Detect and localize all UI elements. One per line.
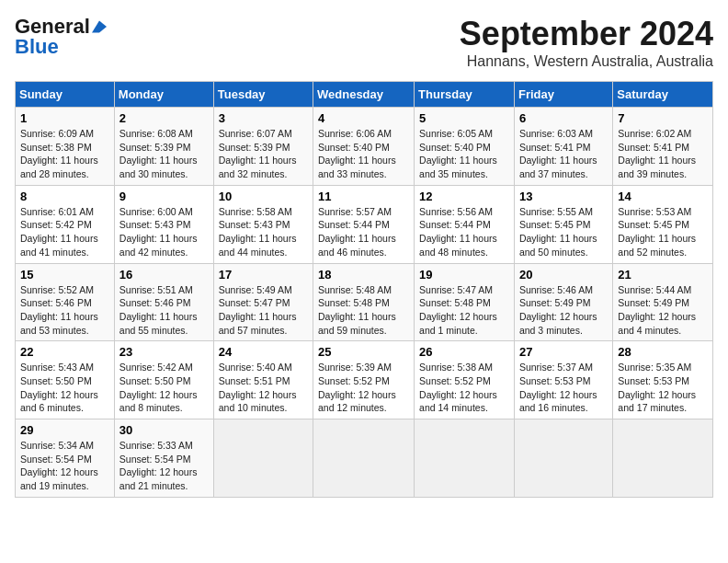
day-cell: 8Sunrise: 6:01 AM Sunset: 5:42 PM Daylig…: [16, 185, 115, 263]
day-info: Sunrise: 6:05 AM Sunset: 5:40 PM Dayligh…: [419, 127, 509, 181]
day-number: 2: [119, 111, 209, 125]
day-number: 18: [318, 268, 409, 282]
day-cell: 21Sunrise: 5:44 AM Sunset: 5:49 PM Dayli…: [613, 263, 713, 341]
week-row-5: 29Sunrise: 5:34 AM Sunset: 5:54 PM Dayli…: [16, 419, 713, 498]
day-info: Sunrise: 5:47 AM Sunset: 5:48 PM Dayligh…: [419, 283, 509, 338]
day-number: 12: [419, 190, 509, 203]
day-cell: 5Sunrise: 6:05 AM Sunset: 5:40 PM Daylig…: [415, 108, 515, 186]
day-cell: 9Sunrise: 6:00 AM Sunset: 5:43 PM Daylig…: [114, 185, 213, 263]
page-header: General Blue September 2024 Hannans, Wes…: [15, 15, 713, 70]
day-cell: 18Sunrise: 5:48 AM Sunset: 5:48 PM Dayli…: [313, 263, 415, 341]
day-number: 14: [618, 190, 708, 203]
day-number: 10: [219, 190, 308, 203]
day-info: Sunrise: 6:06 AM Sunset: 5:40 PM Dayligh…: [318, 127, 409, 181]
day-number: 8: [20, 190, 109, 203]
day-info: Sunrise: 5:51 AM Sunset: 5:46 PM Dayligh…: [119, 283, 209, 338]
day-cell: 22Sunrise: 5:43 AM Sunset: 5:50 PM Dayli…: [16, 341, 115, 419]
day-number: 20: [519, 268, 608, 282]
day-cell: 6Sunrise: 6:03 AM Sunset: 5:41 PM Daylig…: [514, 108, 612, 186]
day-header-friday: Friday: [514, 82, 612, 108]
day-number: 28: [618, 345, 708, 359]
day-cell: 17Sunrise: 5:49 AM Sunset: 5:47 PM Dayli…: [213, 263, 313, 341]
svg-marker-0: [92, 21, 107, 33]
header-row: SundayMondayTuesdayWednesdayThursdayFrid…: [16, 82, 713, 108]
day-info: Sunrise: 6:09 AM Sunset: 5:38 PM Dayligh…: [20, 127, 109, 181]
day-number: 7: [618, 111, 708, 125]
day-header-saturday: Saturday: [613, 82, 713, 108]
day-info: Sunrise: 5:56 AM Sunset: 5:44 PM Dayligh…: [419, 205, 509, 259]
day-cell: 27Sunrise: 5:37 AM Sunset: 5:53 PM Dayli…: [514, 341, 612, 419]
day-info: Sunrise: 5:37 AM Sunset: 5:53 PM Dayligh…: [519, 361, 608, 415]
day-number: 30: [119, 423, 209, 437]
day-info: Sunrise: 5:48 AM Sunset: 5:48 PM Dayligh…: [318, 283, 409, 338]
day-number: 9: [119, 190, 209, 203]
logo-icon: [92, 20, 107, 33]
day-number: 23: [119, 345, 209, 359]
day-info: Sunrise: 5:46 AM Sunset: 5:49 PM Dayligh…: [519, 283, 608, 338]
day-cell: 2Sunrise: 6:08 AM Sunset: 5:39 PM Daylig…: [114, 108, 213, 186]
day-info: Sunrise: 5:35 AM Sunset: 5:53 PM Dayligh…: [618, 361, 708, 415]
day-cell: 10Sunrise: 5:58 AM Sunset: 5:43 PM Dayli…: [213, 185, 313, 263]
day-number: 15: [20, 268, 109, 282]
day-cell: 3Sunrise: 6:07 AM Sunset: 5:39 PM Daylig…: [213, 108, 313, 186]
day-number: 4: [318, 111, 409, 125]
day-info: Sunrise: 5:52 AM Sunset: 5:46 PM Dayligh…: [20, 283, 109, 338]
day-number: 29: [20, 423, 109, 437]
day-number: 5: [419, 111, 509, 125]
day-header-monday: Monday: [114, 82, 213, 108]
day-info: Sunrise: 6:02 AM Sunset: 5:41 PM Dayligh…: [618, 127, 708, 181]
title-block: September 2024 Hannans, Western Australi…: [460, 15, 713, 70]
day-cell: [514, 419, 612, 498]
day-number: 13: [519, 190, 608, 203]
day-header-wednesday: Wednesday: [313, 82, 415, 108]
day-info: Sunrise: 5:38 AM Sunset: 5:52 PM Dayligh…: [419, 361, 509, 415]
day-cell: 1Sunrise: 6:09 AM Sunset: 5:38 PM Daylig…: [16, 108, 115, 186]
calendar-table: SundayMondayTuesdayWednesdayThursdayFrid…: [15, 81, 713, 498]
week-row-2: 8Sunrise: 6:01 AM Sunset: 5:42 PM Daylig…: [16, 185, 713, 263]
day-header-sunday: Sunday: [16, 82, 115, 108]
day-cell: 13Sunrise: 5:55 AM Sunset: 5:45 PM Dayli…: [514, 185, 612, 263]
day-number: 17: [219, 268, 308, 282]
day-cell: 4Sunrise: 6:06 AM Sunset: 5:40 PM Daylig…: [313, 108, 415, 186]
day-cell: 12Sunrise: 5:56 AM Sunset: 5:44 PM Dayli…: [415, 185, 515, 263]
day-info: Sunrise: 5:44 AM Sunset: 5:49 PM Dayligh…: [618, 283, 708, 338]
day-header-thursday: Thursday: [415, 82, 515, 108]
day-cell: 19Sunrise: 5:47 AM Sunset: 5:48 PM Dayli…: [415, 263, 515, 341]
day-info: Sunrise: 5:42 AM Sunset: 5:50 PM Dayligh…: [119, 361, 209, 415]
day-cell: [415, 419, 515, 498]
day-cell: 11Sunrise: 5:57 AM Sunset: 5:44 PM Dayli…: [313, 185, 415, 263]
day-number: 11: [318, 190, 409, 203]
logo-blue: Blue: [15, 35, 59, 59]
day-info: Sunrise: 5:34 AM Sunset: 5:54 PM Dayligh…: [20, 439, 109, 493]
day-number: 6: [519, 111, 608, 125]
day-cell: [613, 419, 713, 498]
day-cell: 16Sunrise: 5:51 AM Sunset: 5:46 PM Dayli…: [114, 263, 213, 341]
day-info: Sunrise: 5:39 AM Sunset: 5:52 PM Dayligh…: [318, 361, 409, 415]
day-cell: 30Sunrise: 5:33 AM Sunset: 5:54 PM Dayli…: [114, 419, 213, 498]
day-info: Sunrise: 5:33 AM Sunset: 5:54 PM Dayligh…: [119, 439, 209, 493]
day-number: 21: [618, 268, 708, 282]
day-number: 25: [318, 345, 409, 359]
day-number: 3: [219, 111, 308, 125]
day-number: 19: [419, 268, 509, 282]
calendar-subtitle: Hannans, Western Australia, Australia: [460, 53, 713, 70]
day-number: 26: [419, 345, 509, 359]
day-cell: 26Sunrise: 5:38 AM Sunset: 5:52 PM Dayli…: [415, 341, 515, 419]
day-info: Sunrise: 6:03 AM Sunset: 5:41 PM Dayligh…: [519, 127, 608, 181]
day-info: Sunrise: 6:01 AM Sunset: 5:42 PM Dayligh…: [20, 205, 109, 259]
day-info: Sunrise: 6:00 AM Sunset: 5:43 PM Dayligh…: [119, 205, 209, 259]
day-cell: 14Sunrise: 5:53 AM Sunset: 5:45 PM Dayli…: [613, 185, 713, 263]
week-row-4: 22Sunrise: 5:43 AM Sunset: 5:50 PM Dayli…: [16, 341, 713, 419]
week-row-1: 1Sunrise: 6:09 AM Sunset: 5:38 PM Daylig…: [16, 108, 713, 186]
day-info: Sunrise: 5:43 AM Sunset: 5:50 PM Dayligh…: [20, 361, 109, 415]
day-cell: 25Sunrise: 5:39 AM Sunset: 5:52 PM Dayli…: [313, 341, 415, 419]
week-row-3: 15Sunrise: 5:52 AM Sunset: 5:46 PM Dayli…: [16, 263, 713, 341]
day-number: 16: [119, 268, 209, 282]
logo: General Blue: [15, 15, 107, 59]
day-info: Sunrise: 6:08 AM Sunset: 5:39 PM Dayligh…: [119, 127, 209, 181]
day-info: Sunrise: 5:58 AM Sunset: 5:43 PM Dayligh…: [219, 205, 308, 259]
day-cell: [213, 419, 313, 498]
day-info: Sunrise: 5:55 AM Sunset: 5:45 PM Dayligh…: [519, 205, 608, 259]
day-number: 24: [219, 345, 308, 359]
day-cell: 7Sunrise: 6:02 AM Sunset: 5:41 PM Daylig…: [613, 108, 713, 186]
